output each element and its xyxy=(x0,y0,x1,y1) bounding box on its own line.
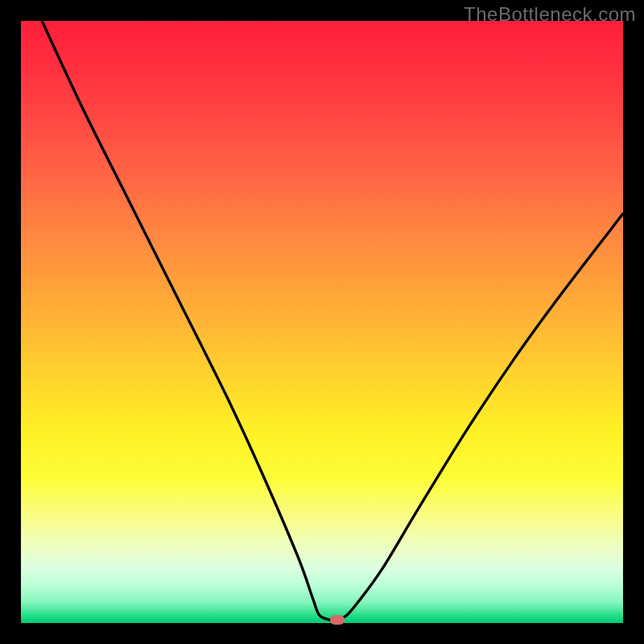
curve-svg xyxy=(21,21,623,623)
chart-frame: TheBottleneck.com xyxy=(0,0,644,644)
plot-area xyxy=(21,21,623,623)
watermark-text: TheBottleneck.com xyxy=(464,3,636,26)
bottleneck-curve xyxy=(42,21,623,620)
optimal-marker xyxy=(330,615,345,625)
